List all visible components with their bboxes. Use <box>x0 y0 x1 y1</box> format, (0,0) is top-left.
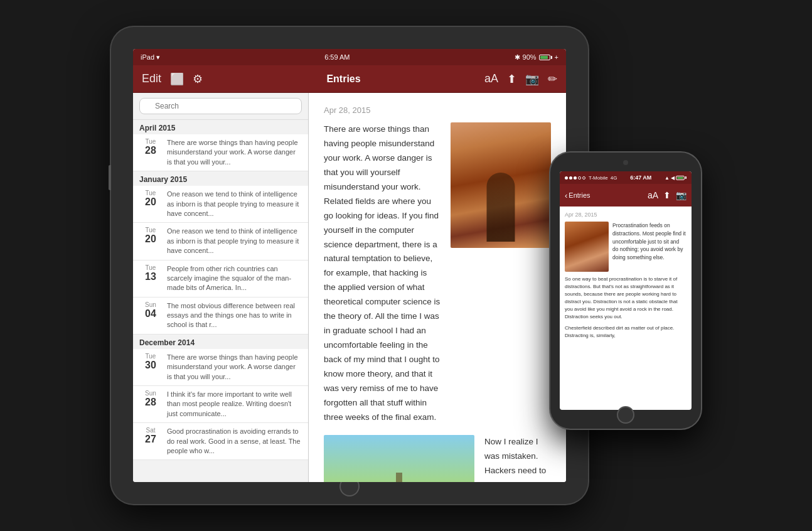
edit-button[interactable]: Edit <box>142 72 161 85</box>
day-num: 13 <box>139 271 162 282</box>
entry-preview: Good procrastination is avoiding errands… <box>167 427 302 456</box>
ipad-device-label: iPad ▾ <box>141 53 160 62</box>
folder-icon[interactable]: ⬜ <box>170 72 184 86</box>
list-item[interactable]: Tue 30 There are worse things than havin… <box>133 349 308 386</box>
list-item[interactable]: Sun 04 The most obvious difference betwe… <box>133 298 308 335</box>
battery-icon <box>539 55 552 60</box>
iphone-battery-icon <box>676 176 686 180</box>
iphone-article-content: Apr 28, 2015 Procrastination feeds on di… <box>560 206 692 410</box>
day-name: Tue <box>139 227 162 233</box>
entry-date: Tue 13 <box>139 264 162 293</box>
ipad-volume-button <box>109 165 111 190</box>
iphone-article-body-3: Chesterfield described dirt as matter ou… <box>565 324 686 340</box>
entry-preview: There are worse things than having peopl… <box>167 353 302 382</box>
signal-dot-3 <box>574 176 577 180</box>
location-icon: ◀ <box>671 175 675 181</box>
chevron-left-icon: ‹ <box>565 191 567 200</box>
carrier-label: T-Mobile <box>589 175 608 181</box>
entry-date: Tue 30 <box>139 353 162 382</box>
search-bar: 🔍 <box>133 93 308 120</box>
signal-dot-2 <box>569 176 572 180</box>
edit-entry-icon[interactable]: ✏ <box>548 72 557 86</box>
bluetooth-icon: ✱ <box>515 53 520 62</box>
ipad-status-right: ✱ 90% + <box>515 53 558 62</box>
iphone-camera-icon[interactable]: 📷 <box>676 190 686 200</box>
battery-percent: 90% <box>523 53 537 61</box>
iphone-article-row: Procrastination feeds on distractions. M… <box>565 222 686 272</box>
entry-preview: The most obvious difference between real… <box>167 301 302 330</box>
iphone-back-label: Entries <box>569 191 590 199</box>
list-item[interactable]: Tue 20 One reason we tend to think of in… <box>133 223 308 260</box>
day-name: Sat <box>139 427 162 434</box>
sidebar-entries: April 2015 Tue 28 There are worse things… <box>133 120 308 482</box>
signal-dot-4 <box>578 176 581 180</box>
day-num: 27 <box>139 434 162 445</box>
sidebar: 🔍 April 2015 Tue 28 There are worse thin… <box>133 93 309 482</box>
entry-preview: I think it's far more important to write… <box>167 390 302 419</box>
day-name: Tue <box>139 353 162 360</box>
iphone-article-body-2: So one way to beat procrastination is to… <box>565 276 686 321</box>
day-num: 28 <box>139 397 162 408</box>
list-item[interactable]: Tue 13 People from other rich countries … <box>133 260 308 298</box>
ipad-status-left: iPad ▾ <box>141 53 160 62</box>
iphone-article-text-1: Procrastination feeds on distractions. M… <box>612 222 686 272</box>
iphone-article-date: Apr 28, 2015 <box>565 212 686 218</box>
article-top-section: There are worse things than having peopl… <box>324 122 551 425</box>
iphone-font-size-icon[interactable]: aA <box>648 190 658 200</box>
iphone-back-button[interactable]: ‹ Entries <box>565 191 590 200</box>
entry-preview: One reason we tend to think of intellige… <box>167 190 302 218</box>
section-december-2014: December 2014 <box>133 335 308 349</box>
list-item[interactable]: Sat 27 Good procrastination is avoiding … <box>133 423 308 460</box>
settings-icon[interactable]: ⚙ <box>193 72 203 86</box>
share-icon[interactable]: ⬆ <box>507 72 516 86</box>
ipad-nav-left: Edit ⬜ ⚙ <box>142 72 203 86</box>
ipad-body: 🔍 April 2015 Tue 28 There are worse thin… <box>133 93 566 482</box>
day-name: Tue <box>139 190 162 196</box>
article-date: Apr 28, 2015 <box>324 105 551 115</box>
day-name: Tue <box>139 138 162 145</box>
day-num: 30 <box>139 360 162 371</box>
day-num: 28 <box>139 145 162 156</box>
entry-date: Tue 28 <box>139 138 162 167</box>
font-size-icon[interactable]: aA <box>484 72 498 85</box>
article-content: Apr 28, 2015 There are worse things than… <box>309 93 566 482</box>
camera-icon[interactable]: 📷 <box>525 72 539 86</box>
day-name: Tue <box>139 264 162 271</box>
ipad-time: 6:59 AM <box>324 53 350 61</box>
entry-preview: There are worse things than having peopl… <box>167 138 302 167</box>
day-name: Sun <box>139 390 162 397</box>
article-photo-canyon <box>451 122 551 248</box>
signal-dot-1 <box>565 176 568 180</box>
list-item[interactable]: Tue 28 There are worse things than havin… <box>133 134 308 171</box>
entry-date: Sun 28 <box>139 390 162 419</box>
day-num: 20 <box>139 196 162 208</box>
signal-dots <box>565 176 585 180</box>
entry-date: Sat 27 <box>139 427 162 456</box>
iphone-status-right: ▲ ◀ <box>665 175 686 181</box>
search-input[interactable] <box>139 98 302 114</box>
iphone-device: T-Mobile 4G 6:47 AM ▲ ◀ ‹ Entries aA ⬆ <box>550 153 701 429</box>
signal-dot-5 <box>582 176 585 180</box>
ipad-device: iPad ▾ 6:59 AM ✱ 90% + Edit ⬜ ⚙ Entries <box>111 27 588 504</box>
article-body-1: There are worse things than having peopl… <box>324 122 441 425</box>
article-bottom-section: Now I realize I was mistaken. Hackers ne… <box>324 435 551 482</box>
iphone-home-button[interactable] <box>617 406 634 424</box>
list-item[interactable]: Sun 28 I think it's far more important t… <box>133 386 308 423</box>
section-april-2015: April 2015 <box>133 120 308 134</box>
charging-icon: + <box>555 53 558 61</box>
list-item[interactable]: Tue 20 One reason we tend to think of in… <box>133 186 308 223</box>
day-num: 04 <box>139 308 162 319</box>
ipad-nav-bar: Edit ⬜ ⚙ Entries aA ⬆ 📷 ✏ <box>133 65 566 93</box>
iphone-status-left: T-Mobile 4G <box>565 175 617 181</box>
iphone-share-icon[interactable]: ⬆ <box>663 190 671 200</box>
iphone-screen: T-Mobile 4G 6:47 AM ▲ ◀ ‹ Entries aA ⬆ <box>560 171 692 410</box>
entry-date: Tue 20 <box>139 190 162 218</box>
iphone-article-photo <box>565 222 609 272</box>
iphone-nav-right: aA ⬆ 📷 <box>648 190 686 200</box>
article-photo-zion <box>324 435 474 482</box>
day-num: 20 <box>139 233 162 245</box>
iphone-nav-bar: ‹ Entries aA ⬆ 📷 <box>560 184 692 206</box>
iphone-time: 6:47 AM <box>630 174 651 181</box>
ipad-nav-right: aA ⬆ 📷 ✏ <box>484 72 557 86</box>
entry-date: Sun 04 <box>139 301 162 330</box>
